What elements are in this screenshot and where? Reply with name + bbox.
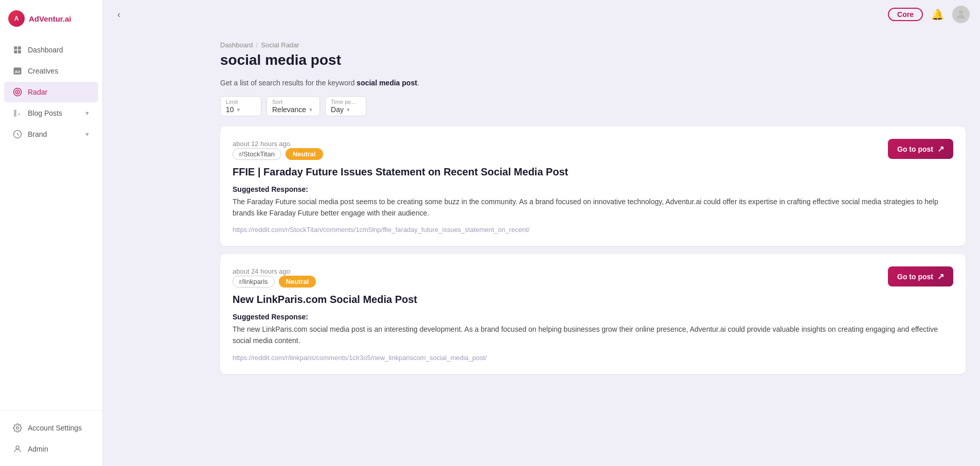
card-0-title: FFIE | Faraday Future Issues Statement o… <box>233 166 953 178</box>
card-0-sentiment: Neutral <box>286 148 323 160</box>
keyword-text: social media post <box>357 79 417 87</box>
card-1-url[interactable]: https://reddit.com/r/linkparis/comments/… <box>233 354 953 362</box>
sidebar-item-radar[interactable]: Radar <box>4 82 98 102</box>
svg-text:Ad: Ad <box>15 69 20 74</box>
sidebar-nav: Dashboard Ad Creatives Radar Blog Posts … <box>0 37 102 410</box>
sidebar-item-label-radar: Radar <box>28 88 47 96</box>
card-0-subreddit[interactable]: r/StockTitan <box>233 148 281 160</box>
time-period-label: Time pe... <box>331 99 360 105</box>
admin-icon <box>12 444 23 454</box>
sidebar: A AdVentur.ai Dashboard Ad Creatives Rad… <box>0 0 103 466</box>
avatar[interactable] <box>952 6 970 23</box>
breadcrumb-dashboard[interactable]: Dashboard <box>220 41 253 49</box>
time-period-value: Day <box>331 105 344 114</box>
card-1-body: The new LinkParis.com social media post … <box>233 324 953 346</box>
header-right: Core 🔔 <box>888 6 970 23</box>
card-1-time: about 24 hours ago <box>233 267 290 275</box>
subtitle-suffix: . <box>417 79 419 87</box>
sidebar-item-label-admin: Admin <box>28 445 48 453</box>
card-1-title: New LinkParis.com Social Media Post <box>233 294 953 306</box>
page-title: social media post <box>220 52 966 68</box>
result-card-0: about 12 hours ago r/StockTitan Neutral … <box>220 127 966 246</box>
sidebar-item-label-blog-posts: Blog Posts <box>28 109 62 117</box>
external-link-icon-1: ↗ <box>937 272 944 281</box>
chevron-down-icon-brand: ▼ <box>84 131 90 137</box>
svg-point-8 <box>959 10 963 14</box>
card-0-body: The Faraday Future social media post see… <box>233 196 953 219</box>
external-link-icon-0: ↗ <box>937 144 944 154</box>
sidebar-item-dashboard[interactable]: Dashboard <box>4 40 98 60</box>
sidebar-item-account-settings[interactable]: Account Settings <box>4 418 98 438</box>
card-0-suggested-label: Suggested Response: <box>233 185 953 193</box>
subtitle-prefix: Get a list of search results for the key… <box>220 79 357 87</box>
svg-point-4 <box>17 92 18 93</box>
time-period-value-row: Day ▼ <box>331 105 360 114</box>
filters-bar: Limit 10 ▼ Sort Relevance ▼ Time pe... D… <box>220 96 966 116</box>
time-period-filter[interactable]: Time pe... Day ▼ <box>325 96 366 116</box>
sort-filter[interactable]: Sort Relevance ▼ <box>266 96 320 116</box>
sidebar-item-blog-posts[interactable]: Blog Posts ▼ <box>4 103 98 123</box>
breadcrumb-separator: / <box>256 41 258 49</box>
sidebar-item-label-dashboard: Dashboard <box>28 46 63 54</box>
sidebar-item-label-account-settings: Account Settings <box>28 424 82 432</box>
go-to-post-label-1: Go to post <box>897 273 933 281</box>
chevron-down-icon: ▼ <box>84 110 90 116</box>
brand-icon <box>12 129 23 139</box>
app-name: AdVentur.ai <box>29 14 72 23</box>
sidebar-item-label-brand: Brand <box>28 130 47 138</box>
sidebar-item-brand[interactable]: Brand ▼ <box>4 124 98 145</box>
app-logo[interactable]: A AdVentur.ai <box>0 5 102 37</box>
sort-value: Relevance <box>272 105 306 114</box>
plan-badge[interactable]: Core <box>888 8 923 21</box>
main-content: Dashboard / Social Radar social media po… <box>206 29 980 466</box>
card-0-time: about 12 hours ago <box>233 140 290 148</box>
limit-value-row: 10 ▼ <box>226 105 255 114</box>
sort-label: Sort <box>272 99 313 105</box>
card-1-suggested-label: Suggested Response: <box>233 313 953 321</box>
header-left: ‹ <box>113 7 124 22</box>
sidebar-item-label-creatives: Creatives <box>28 67 58 75</box>
svg-point-7 <box>16 446 19 449</box>
radar-icon <box>12 87 23 97</box>
card-0-tags: r/StockTitan Neutral <box>233 148 953 160</box>
time-period-arrow-icon: ▼ <box>346 107 351 113</box>
card-1-tags: r/linkparis Neutral <box>233 276 953 288</box>
page-subtitle: Get a list of search results for the key… <box>220 79 966 87</box>
card-1-subreddit[interactable]: r/linkparis <box>233 276 275 288</box>
sidebar-item-creatives[interactable]: Ad Creatives <box>4 61 98 81</box>
sidebar-item-admin[interactable]: Admin <box>4 439 98 459</box>
card-1-sentiment: Neutral <box>279 276 316 288</box>
notifications-button[interactable]: 🔔 <box>931 8 944 21</box>
card-0-url[interactable]: https://reddit.com/r/StockTitan/comments… <box>233 226 953 234</box>
result-card-1: about 24 hours ago r/linkparis Neutral N… <box>220 254 966 373</box>
creatives-icon: Ad <box>12 66 23 76</box>
collapse-sidebar-button[interactable]: ‹ <box>113 7 124 22</box>
breadcrumb: Dashboard / Social Radar <box>220 41 966 49</box>
sort-value-row: Relevance ▼ <box>272 105 313 114</box>
logo-icon: A <box>8 10 25 27</box>
sort-arrow-icon: ▼ <box>308 107 313 113</box>
go-to-post-button-1[interactable]: Go to post ↗ <box>888 266 953 286</box>
blog-posts-icon <box>12 108 23 118</box>
bell-icon: 🔔 <box>931 9 944 20</box>
sidebar-bottom: Account Settings Admin <box>0 410 102 466</box>
svg-point-6 <box>16 427 19 429</box>
go-to-post-label-0: Go to post <box>897 145 933 153</box>
breadcrumb-current: Social Radar <box>261 41 299 49</box>
dashboard-icon <box>12 45 23 55</box>
limit-arrow-icon: ▼ <box>236 107 241 113</box>
go-to-post-button-0[interactable]: Go to post ↗ <box>888 139 953 159</box>
limit-label: Limit <box>226 99 255 105</box>
settings-icon <box>12 423 23 433</box>
limit-value: 10 <box>226 105 234 114</box>
header: ‹ Core 🔔 <box>103 0 980 29</box>
limit-filter[interactable]: Limit 10 ▼ <box>220 96 261 116</box>
